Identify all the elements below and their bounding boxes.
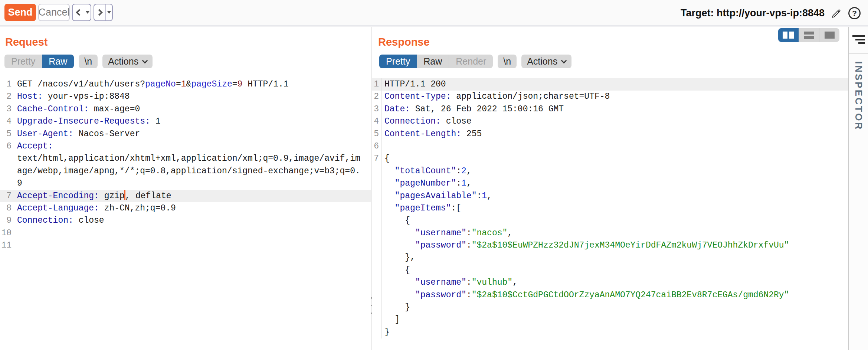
request-tabs: Pretty Raw \n Actions	[4, 55, 153, 68]
tab-request-pretty: Pretty	[4, 55, 42, 68]
code-line: 2Host: your-vps-ip:8848	[0, 91, 371, 103]
code-line: 5Content-Length: 255	[372, 128, 848, 140]
code-line: "username":"vulhub",	[372, 277, 848, 289]
previous-request-button[interactable]	[72, 4, 91, 21]
line-number: 10	[0, 227, 14, 239]
chevron-right-icon[interactable]	[94, 4, 105, 20]
request-panel: Request Pretty Raw \n Actions 1GET /naco…	[0, 27, 371, 350]
code-line: "pagesAvailable":1,	[372, 190, 848, 202]
line-number: 4	[0, 115, 14, 128]
line-number: 2	[372, 91, 381, 103]
line-number	[372, 277, 381, 289]
line-number	[0, 165, 14, 177]
response-view-tabs: Pretty Raw Render	[379, 55, 493, 68]
line-number: 2	[0, 91, 14, 103]
response-panel: Response Pretty Raw Render \n Actions	[372, 27, 848, 350]
code-line: "password":"$2a$10$EuWPZHzz32dJN7jexM34M…	[372, 239, 848, 252]
code-line: 6Accept:	[0, 140, 371, 153]
line-number: 6	[372, 140, 381, 153]
code-line: 8Accept-Language: zh-CN,zh;q=0.9	[0, 202, 371, 215]
code-line: 7{	[372, 153, 848, 165]
code-line: "username":"nacos",	[372, 227, 848, 239]
response-newline-toggle[interactable]: \n	[498, 55, 517, 68]
request-editor[interactable]: 1GET /nacos/v1/auth/users?pageNo=1&pageS…	[0, 75, 371, 252]
tab-response-raw[interactable]: Raw	[417, 55, 449, 68]
chevron-left-icon[interactable]	[73, 4, 84, 20]
code-line: 1GET /nacos/v1/auth/users?pageNo=1&pageS…	[0, 78, 371, 91]
request-view-tabs: Pretty Raw	[4, 55, 74, 68]
repeater-toolbar: Send Cancel Target: http://your-vps-ip:8…	[0, 0, 868, 26]
line-number: 8	[0, 202, 14, 215]
layout-rows-button[interactable]	[799, 28, 819, 42]
code-line: age/webp,image/apng,*/*;q=0.8,applicatio…	[0, 165, 371, 177]
help-icon[interactable]: ?	[848, 7, 861, 19]
line-number: 5	[372, 128, 381, 140]
chevron-down-icon	[561, 58, 567, 63]
line-number: 3	[372, 103, 381, 115]
response-viewer[interactable]: 1HTTP/1.1 2002Content-Type: application/…	[372, 75, 848, 338]
code-line: 11	[0, 239, 371, 252]
next-request-button[interactable]	[94, 4, 113, 21]
rows-layout-icon	[804, 32, 814, 39]
line-number	[372, 239, 381, 252]
next-request-dropdown[interactable]	[106, 4, 112, 20]
line-number	[372, 227, 381, 239]
inspector-collapse-button[interactable]	[849, 27, 868, 54]
line-number: 1	[0, 78, 14, 91]
code-line: text/html,application/xhtml+xml,applicat…	[0, 153, 371, 165]
code-line: 4Connection: close	[372, 115, 848, 128]
inspector-sidebar[interactable]: INSPECTOR	[848, 27, 868, 350]
burp-repeater-window: Send Cancel Target: http://your-vps-ip:8…	[0, 0, 868, 350]
code-line: },	[372, 252, 848, 264]
collapse-panel-icon	[852, 35, 865, 44]
panel-splitter-handle[interactable]	[367, 297, 376, 314]
response-panel-title: Response	[378, 36, 430, 48]
line-number	[372, 314, 381, 326]
code-line: "password":"$2a$10$CctGdPGCtdOOrZzyaAnAM…	[372, 289, 848, 301]
response-actions-button[interactable]: Actions	[521, 55, 571, 68]
code-line: 4Upgrade-Insecure-Requests: 1	[0, 115, 371, 128]
previous-request-dropdown[interactable]	[84, 4, 91, 20]
line-number: 6	[0, 140, 14, 153]
send-button[interactable]: Send	[4, 4, 36, 21]
request-newline-toggle[interactable]: \n	[79, 55, 98, 68]
request-actions-button[interactable]: Actions	[102, 55, 153, 68]
code-line: 5User-Agent: Nacos-Server	[0, 128, 371, 140]
line-number: 5	[0, 128, 14, 140]
code-line: }	[372, 326, 848, 338]
inspector-title: INSPECTOR	[853, 61, 864, 131]
code-line: 3Date: Sat, 26 Feb 2022 15:00:16 GMT	[372, 103, 848, 115]
line-number	[372, 165, 381, 177]
code-line: 10	[0, 227, 371, 239]
edit-pencil-icon[interactable]	[831, 7, 842, 19]
layout-columns-button[interactable]	[778, 28, 799, 42]
code-line: }	[372, 301, 848, 314]
code-line: {	[372, 264, 848, 277]
code-line: 9	[0, 177, 371, 190]
line-number: 7	[0, 190, 14, 202]
target-url-text: Target: http://your-vps-ip:8848	[681, 7, 825, 19]
line-number: 1	[372, 78, 381, 91]
line-number: 3	[0, 103, 14, 115]
tab-response-render: Render	[449, 55, 493, 68]
code-line: 1HTTP/1.1 200	[372, 78, 848, 91]
line-number	[0, 153, 14, 165]
tab-response-pretty[interactable]: Pretty	[379, 55, 417, 68]
request-panel-title: Request	[5, 36, 48, 48]
line-number: 4	[372, 115, 381, 128]
line-number: 7	[372, 153, 381, 165]
layout-toggle-group	[778, 28, 839, 42]
code-line: 6	[372, 140, 848, 153]
chevron-down-icon	[142, 58, 148, 63]
line-number	[372, 177, 381, 190]
single-layout-icon	[825, 32, 835, 39]
code-line: 3Cache-Control: max-age=0	[0, 103, 371, 115]
columns-layout-icon	[789, 32, 794, 39]
response-tabs: Pretty Raw Render \n Actions	[379, 55, 571, 68]
columns-layout-icon	[783, 32, 787, 39]
cancel-button[interactable]: Cancel	[38, 4, 70, 21]
layout-single-button[interactable]	[819, 28, 839, 42]
tab-request-raw[interactable]: Raw	[42, 55, 74, 68]
target-bar: Target: http://your-vps-ip:8848 ?	[681, 0, 861, 26]
response-actions-label: Actions	[527, 56, 557, 67]
